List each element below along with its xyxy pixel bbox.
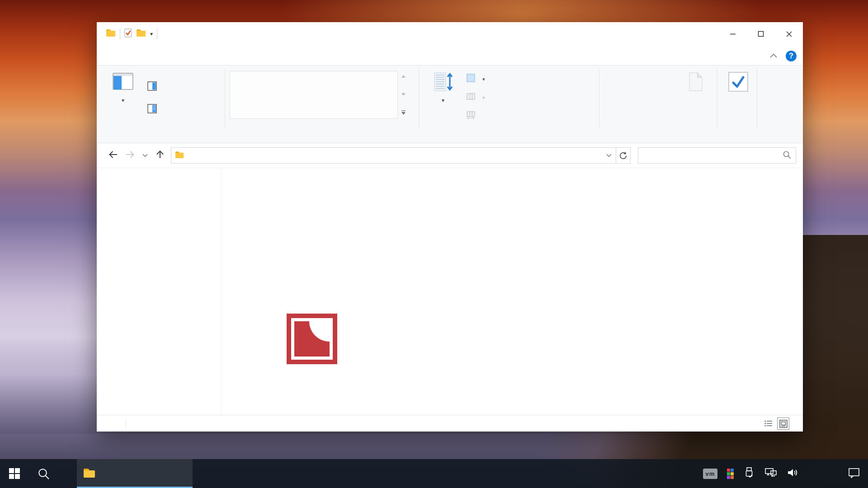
- navigation-pane-icon: [113, 70, 133, 94]
- size-all-columns-icon: [467, 111, 475, 122]
- dropdown-chevron-icon: ▾: [442, 97, 444, 103]
- hide-selected-items-icon: [686, 70, 705, 94]
- title-bar: ▾: [97, 22, 803, 46]
- color-grid-tray-icon[interactable]: [727, 469, 734, 479]
- size-all-columns-button[interactable]: [467, 111, 479, 122]
- back-icon[interactable]: [108, 149, 118, 162]
- qat-properties-icon[interactable]: [124, 28, 132, 39]
- qat-separator: [157, 28, 157, 39]
- ribbon-group-divider: [757, 69, 757, 128]
- large-icons-view-toggle[interactable]: [777, 418, 789, 430]
- group-by-button[interactable]: ▾: [467, 74, 485, 84]
- preview-pane-icon: [147, 81, 157, 93]
- forward-icon[interactable]: [125, 149, 136, 162]
- up-icon[interactable]: [155, 149, 165, 162]
- explorer-main: [97, 168, 803, 415]
- qat-new-folder-icon[interactable]: [136, 29, 146, 39]
- details-pane-button[interactable]: [147, 103, 160, 116]
- explorer-app-icon: [106, 29, 116, 39]
- view-toggles: [762, 418, 789, 430]
- scroll-more-icon: [401, 110, 406, 115]
- scroll-up-icon: [401, 75, 406, 78]
- sort-by-icon: [433, 70, 453, 94]
- status-bar: [97, 415, 803, 432]
- minimize-button[interactable]: [719, 22, 747, 46]
- maximize-button[interactable]: [747, 22, 775, 46]
- dropdown-chevron-icon: ▾: [122, 97, 124, 103]
- taskbar-search-icon[interactable]: [29, 459, 58, 488]
- action-center-icon[interactable]: [848, 467, 860, 480]
- navigation-pane: [97, 168, 222, 415]
- ribbon: ▾ ▾: [97, 66, 803, 143]
- refresh-button[interactable]: [616, 147, 631, 164]
- network-tray-icon[interactable]: [764, 467, 777, 480]
- details-pane-icon: [147, 104, 157, 116]
- add-columns-icon: [467, 92, 475, 103]
- details-view-toggle[interactable]: [762, 418, 774, 430]
- help-icon[interactable]: ?: [786, 51, 797, 61]
- address-bar[interactable]: [171, 147, 616, 164]
- layout-options-box: [230, 71, 398, 119]
- taskbar-app-explorer[interactable]: [77, 459, 193, 488]
- recent-locations-chevron-icon[interactable]: [142, 151, 148, 160]
- search-icon[interactable]: [783, 150, 791, 161]
- ribbon-tools: ?: [769, 51, 797, 61]
- options-button[interactable]: [723, 68, 753, 122]
- dropdown-chevron-icon: ▾: [482, 76, 485, 82]
- system-tray: vm: [703, 459, 868, 488]
- ribbon-group-divider: [717, 69, 717, 128]
- quick-access-toolbar: ▾: [97, 28, 157, 39]
- qat-separator: [120, 28, 120, 39]
- navigation-buttons: [102, 149, 171, 162]
- group-by-icon: [467, 74, 475, 84]
- window-controls: [719, 22, 803, 46]
- address-bar-row: [97, 143, 803, 168]
- options-icon: [728, 70, 749, 94]
- search-input[interactable]: [643, 151, 783, 160]
- folder-icon: [83, 468, 95, 478]
- ribbon-group-divider: [419, 69, 419, 128]
- address-folder-icon: [175, 151, 184, 160]
- desktop: ▾ ? ▾: [0, 0, 868, 488]
- taskbar: vm: [0, 459, 868, 488]
- hide-selected-items-button[interactable]: [675, 68, 716, 122]
- status-bar-divider: [126, 419, 126, 428]
- add-columns-button[interactable]: ▾: [467, 92, 485, 103]
- qat-customize-chevron-icon[interactable]: ▾: [150, 31, 153, 37]
- collapse-ribbon-icon[interactable]: [769, 52, 778, 60]
- ribbon-tab-bar: ?: [97, 46, 803, 66]
- file-explorer-window: ▾ ? ▾: [97, 22, 803, 432]
- preview-pane-button[interactable]: [147, 81, 160, 94]
- scroll-down-icon: [401, 93, 406, 96]
- volume-tray-icon[interactable]: [787, 467, 799, 480]
- ribbon-group-divider: [599, 69, 599, 128]
- dropdown-chevron-icon: ▾: [482, 95, 485, 101]
- navigation-pane-button[interactable]: ▾: [100, 68, 146, 122]
- usb-tray-icon[interactable]: [743, 467, 755, 480]
- start-button[interactable]: [0, 459, 29, 488]
- layout-scroll-arrows[interactable]: [399, 71, 408, 119]
- close-button[interactable]: [775, 22, 803, 46]
- address-dropdown-chevron-icon[interactable]: [606, 151, 612, 160]
- ribbon-group-divider: [225, 69, 225, 128]
- search-box[interactable]: [638, 147, 796, 164]
- sort-by-button[interactable]: ▾: [423, 68, 463, 122]
- vmware-tray-icon[interactable]: vm: [703, 469, 717, 479]
- file-list-area: [222, 168, 803, 415]
